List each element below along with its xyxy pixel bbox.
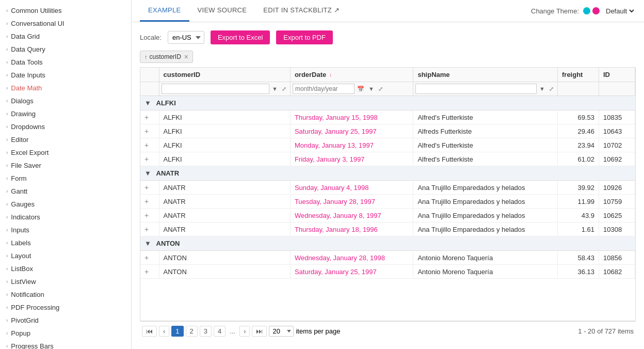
filter-shipname-clear-icon[interactable]: ⤢ — [548, 85, 555, 93]
sidebar-item-pivotgrid[interactable]: ›PivotGrid — [0, 314, 131, 327]
th-orderdate: orderDate ↓ — [290, 68, 413, 82]
locale-select[interactable]: en-US — [168, 31, 204, 44]
pagination-page-4[interactable]: 4 — [214, 326, 226, 337]
row-freight: 43.9 — [558, 209, 599, 223]
sidebar-item-excel-export[interactable]: ›Excel Export — [0, 146, 131, 159]
filter-customerid-icon[interactable]: ▼ — [270, 85, 279, 92]
expand-icon[interactable]: + — [144, 211, 149, 219]
row-freight: 58.43 — [558, 251, 599, 265]
row-freight: 11.99 — [558, 195, 599, 209]
expand-icon[interactable]: + — [144, 113, 149, 121]
row-freight: 69.53 — [558, 110, 599, 124]
sidebar-item-editor[interactable]: ›Editor — [0, 133, 131, 146]
group-tag-close-button[interactable]: × — [184, 53, 188, 61]
pagination-first-button[interactable]: ⏮ — [142, 326, 157, 337]
group-cell: ▼ ANTON — [140, 236, 635, 251]
sidebar-item-drawing[interactable]: ›Drawing — [0, 107, 131, 120]
group-cell: ▼ ANATR — [140, 166, 635, 181]
sidebar-item-indicators[interactable]: ›Indicators — [0, 211, 131, 224]
sidebar-item-pdf-processing[interactable]: ›PDF Processing — [0, 301, 131, 314]
expand-icon[interactable]: + — [144, 127, 149, 135]
chevron-icon: › — [6, 330, 8, 336]
filter-orderdate-clear-icon[interactable]: ⤢ — [377, 85, 384, 93]
chevron-icon: › — [6, 279, 8, 284]
sidebar-item-label: Conversational UI — [11, 20, 64, 27]
sidebar-item-label: ListBox — [11, 265, 33, 273]
sidebar-item-date-math[interactable]: ›Date Math — [0, 82, 131, 94]
table-row: + ANATR Sunday, January 4, 1998 Ana Truj… — [140, 181, 635, 195]
pagination-page-2[interactable]: 2 — [186, 326, 198, 337]
export-pdf-button[interactable]: Export to PDF — [276, 30, 333, 44]
expand-icon[interactable]: + — [144, 183, 149, 192]
row-id: 10682 — [599, 265, 635, 279]
expand-icon[interactable]: + — [144, 155, 149, 163]
sidebar-item-listbox[interactable]: ›ListBox — [0, 262, 131, 275]
sidebar-item-inputs[interactable]: ›Inputs — [0, 224, 131, 236]
sidebar-item-gauges[interactable]: ›Gauges — [0, 198, 131, 211]
th-expand — [140, 68, 159, 82]
row-freight: 29.46 — [558, 124, 599, 138]
tab-example[interactable]: EXAMPLE — [140, 0, 189, 22]
sidebar-item-listview[interactable]: ›ListView — [0, 275, 131, 288]
filter-customerid-input[interactable] — [162, 84, 270, 94]
sidebar-item-common-utilities[interactable]: ›Common Utilities — [0, 4, 131, 17]
sidebar-item-label: PDF Processing — [11, 304, 59, 311]
sidebar-item-label: Progress Bars — [11, 342, 53, 349]
sidebar-item-file-saver[interactable]: ›File Saver — [0, 159, 131, 172]
expand-icon[interactable]: + — [144, 253, 149, 262]
sidebar-item-popup[interactable]: ›Popup — [0, 327, 131, 340]
sidebar-item-date-inputs[interactable]: ›Date Inputs — [0, 69, 131, 82]
filter-shipname-icon[interactable]: ▼ — [538, 85, 546, 92]
sidebar-item-dialogs[interactable]: ›Dialogs — [0, 94, 131, 107]
pagination-last-button[interactable]: ⏭ — [252, 326, 267, 337]
filter-customerid-clear-icon[interactable]: ⤢ — [280, 85, 288, 93]
export-excel-button[interactable]: Export to Excel — [211, 30, 270, 44]
sidebar-item-labels[interactable]: ›Labels — [0, 236, 131, 249]
chevron-icon: › — [6, 253, 8, 259]
th-orderdate-label: orderDate — [295, 71, 326, 78]
expand-icon[interactable]: + — [144, 197, 149, 205]
filter-orderdate-calendar-icon[interactable]: 📅 — [356, 85, 366, 93]
tab-view-source[interactable]: VIEW SOURCE — [189, 0, 255, 22]
tab-edit-in-stackblitz-[interactable]: EDIT IN STACKBLITZ ↗ — [255, 0, 348, 22]
filter-expand-cell — [140, 82, 159, 96]
sidebar-item-data-tools[interactable]: ›Data Tools — [0, 56, 131, 69]
filter-freight-cell — [558, 82, 599, 96]
theme-select[interactable]: Default — [604, 7, 636, 15]
pagination-next-button[interactable]: › — [239, 326, 250, 337]
row-shipname: Alfred's Futterkiste — [413, 110, 558, 124]
sidebar-item-data-query[interactable]: ›Data Query — [0, 43, 131, 56]
row-customerid: ANTON — [159, 265, 290, 279]
pagination-prev-button[interactable]: ‹ — [159, 326, 169, 337]
table-row: + ALFKI Thursday, January 15, 1998 Alfre… — [140, 110, 635, 124]
filter-orderdate-input[interactable] — [293, 84, 355, 94]
group-toggle-icon[interactable]: ▼ — [144, 240, 151, 247]
expand-icon[interactable]: + — [144, 267, 149, 276]
sidebar-item-gantt[interactable]: ›Gantt — [0, 185, 131, 198]
expand-icon[interactable]: + — [144, 141, 149, 149]
table-row: + ALFKI Monday, January 13, 1997 Alfred'… — [140, 138, 635, 152]
sidebar-item-data-grid[interactable]: ›Data Grid — [0, 30, 131, 43]
per-page-select[interactable]: 20 50 100 — [269, 326, 294, 337]
sidebar-item-dropdowns[interactable]: ›Dropdowns — [0, 120, 131, 133]
sidebar-item-label: Indicators — [11, 213, 40, 221]
chevron-icon: › — [6, 85, 8, 91]
filter-orderdate-filter-icon[interactable]: ▼ — [367, 85, 376, 92]
filter-customerid-cell: ▼ ⤢ — [159, 82, 290, 96]
expand-icon[interactable]: + — [144, 225, 149, 233]
sidebar-item-notification[interactable]: ›Notification — [0, 288, 131, 301]
sidebar-item-conversational-ui[interactable]: ›Conversational UI — [0, 17, 131, 30]
sidebar-item-layout[interactable]: ›Layout — [0, 249, 131, 262]
sidebar-item-form[interactable]: ›Form — [0, 172, 131, 185]
filter-shipname-input[interactable] — [415, 84, 537, 94]
orderdate-sort-icon[interactable]: ↓ — [329, 72, 332, 77]
group-toggle-icon[interactable]: ▼ — [144, 169, 151, 177]
row-expand-cell: + — [140, 265, 159, 279]
row-orderdate: Wednesday, January 8, 1997 — [290, 209, 413, 223]
sidebar-item-progress-bars[interactable]: ›Progress Bars — [0, 340, 131, 349]
pagination-page-1[interactable]: 1 — [171, 326, 183, 337]
row-id: 10625 — [599, 209, 635, 223]
pagination-page-3[interactable]: 3 — [200, 326, 212, 337]
sidebar-item-label: Inputs — [11, 226, 29, 234]
group-toggle-icon[interactable]: ▼ — [144, 99, 151, 107]
